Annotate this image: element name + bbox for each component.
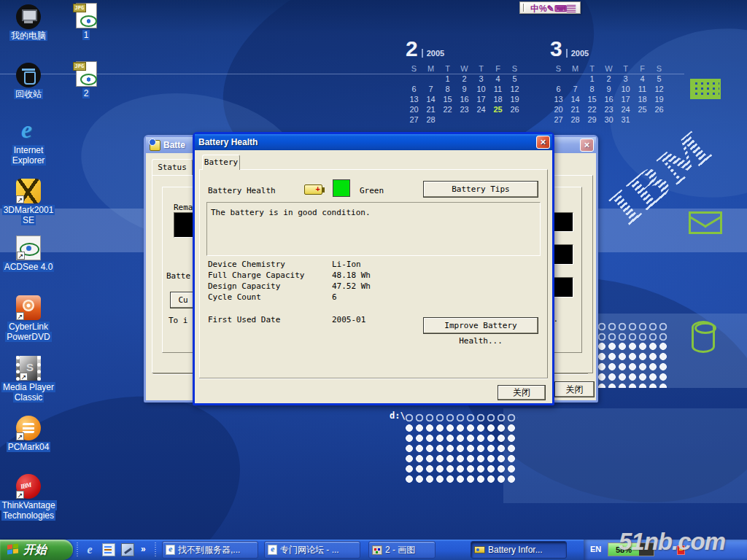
desktop-icon-thinkvantage[interactable]: ↗ThinkVantage Technologies [0, 474, 57, 521]
tab-battery[interactable]: Battery [202, 155, 240, 170]
calendar-day: 23 [456, 105, 473, 114]
paint-icon [372, 545, 382, 555]
calendar-day-header: T [584, 64, 600, 74]
mail-icon [689, 211, 722, 234]
tab-status[interactable]: Status [152, 159, 193, 175]
battery-health-label: Battery Health [208, 186, 276, 195]
taskbar-task-2[interactable]: 专门网论坛 - ... [264, 541, 360, 559]
ime-menu-icon[interactable]: ▤ [567, 4, 576, 14]
to-text-fragment: To i [169, 316, 188, 325]
calendar-day: 16 [600, 95, 617, 104]
show-desktop-icon[interactable] [121, 543, 134, 556]
detail-label: Device Chemistry [208, 260, 332, 271]
calendar-day-header: S [406, 64, 422, 74]
close-button[interactable]: 关闭 [498, 385, 546, 400]
desktop-icon-mpc[interactable]: ↗Media Player Classic [0, 356, 57, 403]
battery-details-list: Device ChemistryLi-IonFull Charge Capaci… [208, 260, 536, 303]
calendar-day: 7 [422, 85, 439, 94]
first-used-value: 2005-01 [332, 315, 365, 324]
calendar-day-header: W [456, 64, 473, 74]
calendar-day [439, 115, 456, 125]
calendar-day: 6 [406, 85, 422, 94]
ie-page-icon [166, 545, 175, 555]
calendar-day: 3 [617, 74, 634, 84]
separator-line [199, 378, 548, 379]
health-status-text: Green [360, 186, 384, 195]
calendar-day: 28 [567, 115, 584, 125]
desktop-icon-powerdvd[interactable]: ↗CyberLink PowerDVD [0, 295, 57, 343]
quick-launch-overflow-chevron[interactable]: » [141, 544, 146, 554]
wallpaper-dots-pattern [404, 423, 518, 484]
calendar-day: 15 [439, 95, 456, 104]
desktop-icon-my-computer[interactable]: 我的电脑 [0, 4, 57, 41]
chinese-mode-icon[interactable]: 中 [530, 4, 539, 14]
calendar-day: 6 [550, 85, 567, 94]
battery-app-icon [150, 140, 160, 151]
detail-value: 6 [332, 292, 337, 303]
calendar-month-number: 2 [406, 36, 418, 61]
desktop-icon-ie[interactable]: Internet Explorer [0, 119, 57, 166]
calendar-day: 24 [473, 105, 489, 114]
desktop-icon-3dmark[interactable]: ↗3DMark2001 SE [0, 179, 57, 226]
calendar-day: 27 [406, 115, 422, 125]
battery-detail-row: Device ChemistryLi-Ion [208, 260, 536, 271]
jpg-file-icon [76, 3, 97, 28]
calendar-day-highlighted: 25 [489, 105, 506, 114]
soft-keyboard-icon[interactable]: ⌨ [554, 4, 567, 14]
calendar-day [422, 74, 439, 84]
calendar-day [456, 115, 473, 125]
first-used-label: First Used Date [208, 315, 332, 324]
desktop-icon-label: Media Player Classic [0, 382, 57, 403]
drive-label: d:\ [390, 411, 406, 421]
calendar-day: 22 [584, 105, 600, 114]
close-button[interactable]: 关闭 [554, 381, 595, 397]
calendar-day: 19 [651, 95, 667, 104]
desktop-icon-recycle-bin[interactable]: 回收站 [0, 63, 57, 99]
close-icon[interactable]: × [536, 136, 550, 149]
ie-icon[interactable]: e [83, 543, 96, 556]
calendar-day: 20 [406, 105, 422, 114]
taskbar-task-3[interactable]: 2 - 画图 [368, 541, 436, 559]
start-button[interactable]: 开始 [0, 540, 73, 560]
calendar-day [489, 115, 506, 125]
task-label: 2 - 画图 [385, 544, 415, 556]
windows-flag-icon [7, 545, 12, 550]
calendar-day: 2 [600, 74, 617, 84]
close-icon[interactable]: × [580, 139, 594, 152]
calendar-day-header: M [422, 64, 439, 74]
condition-textbox: The battery is in good condition. [206, 202, 541, 256]
calendar-day: 31 [617, 115, 634, 125]
detail-label: Cycle Count [208, 292, 332, 303]
calendar-day: 11 [489, 85, 506, 94]
internet-page-icon[interactable] [102, 543, 115, 556]
pen-icon[interactable]: ✎ [547, 4, 554, 14]
taskbar-task-1[interactable]: 找不到服务器,... [162, 541, 258, 559]
battery-health-titlebar[interactable]: Battery Health × [195, 134, 552, 150]
ime-toolbar[interactable]: 中%✎⌨▤ [519, 1, 581, 14]
calendar-day: 12 [506, 85, 523, 94]
calendar-day-header: W [600, 64, 617, 74]
calendar-day-header: M [567, 64, 584, 74]
battery-detail-row: Full Charge Capacity48.18 Wh [208, 271, 536, 281]
desktop-file-jpg-1[interactable]: 1 [67, 3, 105, 40]
detail-value: Li-Ion [332, 260, 361, 271]
desktop-file-jpg-2[interactable]: 2 [67, 61, 105, 98]
calendar-day: 2 [456, 74, 473, 84]
calendar-day: 7 [567, 85, 584, 94]
calendar-day: 10 [617, 85, 634, 94]
fullwidth-toggle-icon[interactable]: % [539, 4, 547, 14]
desktop-icon-acdsee[interactable]: ↗ACDSee 4.0 [0, 236, 57, 272]
calendar-day-header: S [506, 64, 523, 74]
ime-drag-handle[interactable] [523, 4, 525, 12]
language-indicator[interactable]: EN [590, 545, 601, 553]
battery-tips-button[interactable]: Battery Tips [423, 181, 538, 198]
database-cylinder-icon [692, 321, 715, 353]
my-computer-icon [16, 4, 41, 29]
calendar-day: 14 [567, 95, 584, 104]
improve-battery-health-button[interactable]: Improve Battery Health... [423, 317, 538, 334]
calendar-day: 13 [550, 95, 567, 104]
calendar-day [473, 115, 489, 125]
taskbar-task-4[interactable]: Battery Infor... [471, 541, 567, 559]
detail-label: Design Capacity [208, 281, 332, 292]
desktop-icon-pcmark[interactable]: ↗PCMark04 [0, 416, 57, 452]
